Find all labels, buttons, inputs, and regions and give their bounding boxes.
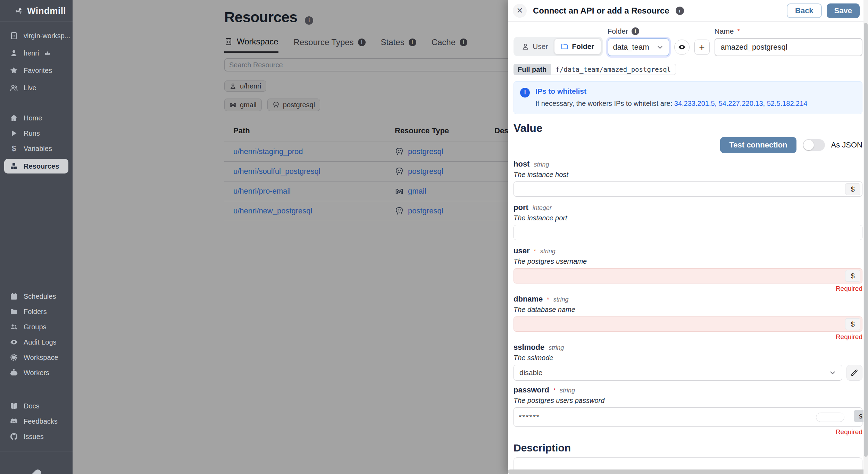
folder-icon <box>10 307 18 316</box>
sidebar-divider <box>0 21 73 22</box>
required-error-label: Required <box>514 333 862 341</box>
field-type: string <box>553 296 569 303</box>
horizontal-scrollbar[interactable] <box>508 469 863 474</box>
field-type: string <box>540 248 556 255</box>
back-button[interactable]: Back <box>787 3 822 18</box>
segment-label: Folder <box>572 42 594 51</box>
folder-select[interactable]: data_team <box>608 38 669 56</box>
value-section-heading: Value <box>514 122 862 135</box>
windmill-logo-text: Windmill <box>27 6 66 16</box>
field-name: password <box>514 386 549 395</box>
sidebar-item-workspace-settings[interactable]: Workspace <box>0 350 73 365</box>
description-section-heading: Description <box>514 442 862 454</box>
robot-icon <box>10 369 18 377</box>
sidebar-item-label: Favorites <box>24 67 52 75</box>
sidebar-item-docs[interactable]: Docs <box>0 398 73 414</box>
field-host: hoststring The instance host $ <box>514 160 862 197</box>
boxes-icon <box>10 162 18 170</box>
users-icon <box>10 84 18 92</box>
sidebar-item-live[interactable]: Live <box>0 79 73 96</box>
required-error-label: Required <box>514 428 862 436</box>
full-path-badge: Full path <box>514 64 551 75</box>
owner-kind-toggle: User Folder <box>514 37 603 56</box>
sidebar-item-label: Variables <box>24 145 52 153</box>
sidebar-item-feedbacks[interactable]: Feedbacks <box>0 414 73 429</box>
calendar-icon <box>10 292 18 301</box>
name-field-label: Name <box>715 27 734 35</box>
folder-info-icon <box>632 27 639 35</box>
windmill-logo[interactable]: Windmill <box>0 0 73 21</box>
owner-kind-user[interactable]: User <box>515 39 554 54</box>
user-input[interactable] <box>514 268 862 283</box>
ips-list-link[interactable]: 34.233.201.5, 54.227.220.13, 52.5.182.21… <box>674 100 808 107</box>
sidebar-item-user[interactable]: henri <box>0 44 73 62</box>
sidebar-item-label: Folders <box>24 308 47 316</box>
segment-label: User <box>533 42 548 51</box>
field-type: string <box>549 344 564 352</box>
field-dbname: dbname*string The database name $ Requir… <box>514 295 862 341</box>
insert-variable-button[interactable]: $ <box>845 318 860 330</box>
sidebar-item-workspace-selector[interactable]: virgin-worksp... <box>0 27 73 44</box>
field-password: password*string The postgres users passw… <box>514 386 862 436</box>
port-input[interactable] <box>514 225 862 240</box>
host-input[interactable] <box>514 181 862 197</box>
sidebar-item-resources[interactable]: Resources <box>4 159 68 173</box>
add-resource-drawer: Connect an API or add a Resource Back Sa… <box>508 0 868 474</box>
sidebar-item-issues[interactable]: Issues <box>0 429 73 444</box>
as-json-toggle[interactable] <box>803 139 825 151</box>
close-icon[interactable] <box>513 4 527 18</box>
field-type: string <box>534 161 549 168</box>
pencil-icon <box>850 369 859 377</box>
folder-field-label: Folder <box>608 27 628 35</box>
insert-variable-button[interactable]: $ <box>845 183 860 195</box>
field-name: user <box>514 246 529 255</box>
play-icon <box>10 129 18 137</box>
owner-kind-folder[interactable]: Folder <box>554 39 601 54</box>
sidebar: Windmill virgin-worksp... henri Favorite… <box>0 0 73 474</box>
name-input[interactable] <box>715 38 862 56</box>
sidebar-item-label: Docs <box>24 402 40 410</box>
view-folder-button[interactable] <box>674 40 690 55</box>
sidebar-bottom-divider <box>0 451 73 451</box>
home-icon <box>10 114 18 122</box>
required-star: * <box>553 388 556 394</box>
scrollbar-thumb[interactable] <box>864 23 868 457</box>
sidebar-item-audit-logs[interactable]: Audit Logs <box>0 335 73 350</box>
ips-whitelist-callout: IPs to whitelist If necessary, the worke… <box>514 81 862 114</box>
edit-sslmode-button[interactable] <box>846 365 862 381</box>
add-folder-button[interactable]: + <box>694 40 710 55</box>
sidebar-item-favorites[interactable]: Favorites <box>0 62 73 79</box>
dbname-input[interactable] <box>514 316 862 332</box>
required-error-label: Required <box>514 285 862 293</box>
building-icon <box>10 32 18 40</box>
sidebar-item-label: Schedules <box>24 293 56 301</box>
sidebar-item-runs[interactable]: Runs <box>0 126 73 141</box>
password-input[interactable] <box>514 407 862 427</box>
field-description: The postgres users password <box>514 397 862 405</box>
field-type: string <box>560 387 575 394</box>
sidebar-item-groups[interactable]: Groups <box>0 319 73 335</box>
field-description: The sslmode <box>514 354 862 362</box>
sidebar-item-variables[interactable]: $ Variables <box>0 141 73 156</box>
required-star: * <box>547 297 549 303</box>
sidebar-collapse-button[interactable] <box>8 457 73 474</box>
insert-variable-button[interactable]: $ <box>845 270 860 282</box>
sidebar-item-label: Groups <box>24 323 47 331</box>
sidebar-item-label: Runs <box>24 129 40 137</box>
dollar-icon: $ <box>10 144 18 153</box>
sidebar-item-schedules[interactable]: Schedules <box>0 289 73 304</box>
info-circle-icon <box>520 88 530 98</box>
vertical-scrollbar[interactable] <box>863 0 868 474</box>
password-reveal-pill[interactable] <box>816 413 844 422</box>
windmill-logo-icon <box>14 6 24 16</box>
sidebar-item-workers[interactable]: Workers <box>0 365 73 380</box>
sidebar-item-folders[interactable]: Folders <box>0 304 73 319</box>
required-star: * <box>737 27 740 35</box>
as-json-label: As JSON <box>831 141 862 150</box>
field-type: integer <box>533 204 552 212</box>
sidebar-item-home[interactable]: Home <box>0 110 73 126</box>
sslmode-select[interactable]: disable <box>514 365 842 381</box>
ips-callout-text: If necessary, the workers IPs to whiteli… <box>535 100 674 107</box>
test-connection-button[interactable]: Test connection <box>720 137 796 153</box>
save-button[interactable]: Save <box>827 3 860 18</box>
